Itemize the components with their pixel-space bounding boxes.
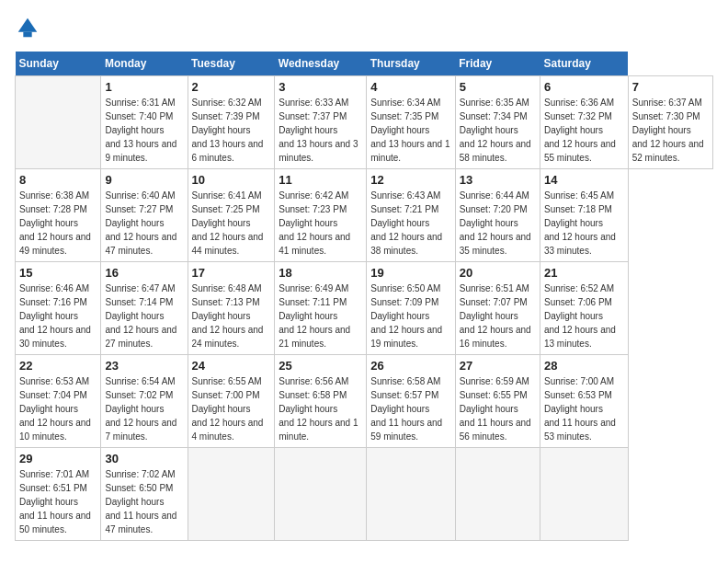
calendar-cell: 16 Sunrise: 6:47 AM Sunset: 7:14 PM Dayl… — [101, 262, 188, 355]
day-info: Sunrise: 6:43 AM Sunset: 7:21 PM Dayligh… — [370, 189, 450, 258]
day-number: 27 — [460, 359, 536, 373]
calendar-cell: 14 Sunrise: 6:45 AM Sunset: 7:18 PM Dayl… — [540, 169, 628, 262]
calendar-cell: 15 Sunrise: 6:46 AM Sunset: 7:16 PM Dayl… — [16, 262, 101, 355]
day-number: 8 — [19, 173, 97, 187]
day-info: Sunrise: 6:55 AM Sunset: 7:00 PM Dayligh… — [192, 374, 271, 443]
calendar-cell: 10 Sunrise: 6:41 AM Sunset: 7:25 PM Dayl… — [188, 169, 275, 262]
day-number: 19 — [370, 266, 450, 280]
day-number: 12 — [370, 173, 450, 187]
day-info: Sunrise: 6:50 AM Sunset: 7:09 PM Dayligh… — [370, 282, 450, 350]
calendar-cell: 23 Sunrise: 6:54 AM Sunset: 7:02 PM Dayl… — [101, 355, 188, 448]
calendar-cell: 18 Sunrise: 6:49 AM Sunset: 7:11 PM Dayl… — [275, 262, 367, 355]
day-info: Sunrise: 6:38 AM Sunset: 7:28 PM Dayligh… — [19, 189, 97, 258]
day-number: 5 — [460, 80, 536, 94]
week-row-1: 1 Sunrise: 6:31 AM Sunset: 7:40 PM Dayli… — [16, 76, 713, 169]
day-number: 9 — [105, 173, 183, 187]
calendar-cell — [540, 448, 628, 541]
day-info: Sunrise: 7:02 AM Sunset: 6:50 PM Dayligh… — [105, 467, 183, 536]
day-number: 16 — [105, 266, 183, 280]
day-info: Sunrise: 6:35 AM Sunset: 7:34 PM Dayligh… — [460, 96, 536, 165]
day-number: 7 — [632, 80, 709, 94]
calendar-cell: 25 Sunrise: 6:56 AM Sunset: 6:58 PM Dayl… — [275, 355, 367, 448]
day-number: 3 — [279, 80, 362, 94]
day-number: 14 — [544, 173, 624, 187]
day-number: 28 — [544, 359, 624, 373]
col-header-sunday: Sunday — [16, 52, 101, 76]
week-row-2: 8 Sunrise: 6:38 AM Sunset: 7:28 PM Dayli… — [16, 169, 713, 262]
day-number: 4 — [370, 80, 450, 94]
calendar-cell — [275, 448, 367, 541]
day-number: 1 — [105, 80, 183, 94]
day-info: Sunrise: 6:48 AM Sunset: 7:13 PM Dayligh… — [192, 282, 271, 350]
day-number: 2 — [192, 80, 271, 94]
calendar-cell — [367, 448, 455, 541]
day-number: 25 — [279, 359, 362, 373]
week-row-5: 29 Sunrise: 7:01 AM Sunset: 6:51 PM Dayl… — [16, 448, 713, 541]
day-info: Sunrise: 6:37 AM Sunset: 7:30 PM Dayligh… — [632, 96, 709, 165]
day-info: Sunrise: 6:59 AM Sunset: 6:55 PM Dayligh… — [460, 374, 536, 443]
day-info: Sunrise: 6:31 AM Sunset: 7:40 PM Dayligh… — [105, 96, 183, 165]
day-info: Sunrise: 6:42 AM Sunset: 7:23 PM Dayligh… — [279, 189, 362, 258]
day-number: 24 — [192, 359, 271, 373]
calendar-cell: 3 Sunrise: 6:33 AM Sunset: 7:37 PM Dayli… — [275, 76, 367, 169]
week-row-3: 15 Sunrise: 6:46 AM Sunset: 7:16 PM Dayl… — [16, 262, 713, 355]
calendar-cell: 29 Sunrise: 7:01 AM Sunset: 6:51 PM Dayl… — [16, 448, 101, 541]
calendar-cell — [455, 448, 540, 541]
day-number: 29 — [19, 452, 97, 465]
day-number: 13 — [460, 173, 536, 187]
day-info: Sunrise: 6:45 AM Sunset: 7:18 PM Dayligh… — [544, 189, 624, 258]
day-info: Sunrise: 6:40 AM Sunset: 7:27 PM Dayligh… — [105, 189, 183, 258]
calendar-cell: 11 Sunrise: 6:42 AM Sunset: 7:23 PM Dayl… — [275, 169, 367, 262]
calendar-cell: 12 Sunrise: 6:43 AM Sunset: 7:21 PM Dayl… — [367, 169, 455, 262]
day-number: 18 — [279, 266, 362, 280]
day-number: 21 — [544, 266, 624, 280]
calendar-cell: 9 Sunrise: 6:40 AM Sunset: 7:27 PM Dayli… — [101, 169, 188, 262]
day-info: Sunrise: 6:49 AM Sunset: 7:11 PM Dayligh… — [279, 282, 362, 350]
day-number: 11 — [279, 173, 362, 187]
col-header-monday: Monday — [101, 52, 188, 76]
svg-marker-0 — [18, 18, 38, 32]
calendar-cell: 28 Sunrise: 7:00 AM Sunset: 6:53 PM Dayl… — [540, 355, 628, 448]
calendar-cell: 7 Sunrise: 6:37 AM Sunset: 7:30 PM Dayli… — [628, 76, 712, 169]
calendar-cell: 19 Sunrise: 6:50 AM Sunset: 7:09 PM Dayl… — [367, 262, 455, 355]
week-row-4: 22 Sunrise: 6:53 AM Sunset: 7:04 PM Dayl… — [16, 355, 713, 448]
day-info: Sunrise: 6:46 AM Sunset: 7:16 PM Dayligh… — [19, 282, 97, 350]
col-header-thursday: Thursday — [367, 52, 455, 76]
calendar-cell: 4 Sunrise: 6:34 AM Sunset: 7:35 PM Dayli… — [367, 76, 455, 169]
calendar-cell: 30 Sunrise: 7:02 AM Sunset: 6:50 PM Dayl… — [101, 448, 188, 541]
calendar-cell: 8 Sunrise: 6:38 AM Sunset: 7:28 PM Dayli… — [16, 169, 101, 262]
day-number: 17 — [192, 266, 271, 280]
calendar-cell: 17 Sunrise: 6:48 AM Sunset: 7:13 PM Dayl… — [188, 262, 275, 355]
col-header-friday: Friday — [455, 52, 540, 76]
day-info: Sunrise: 6:34 AM Sunset: 7:35 PM Dayligh… — [370, 96, 450, 165]
day-info: Sunrise: 6:44 AM Sunset: 7:20 PM Dayligh… — [460, 189, 536, 258]
col-header-saturday: Saturday — [540, 52, 628, 76]
day-info: Sunrise: 7:01 AM Sunset: 6:51 PM Dayligh… — [19, 467, 97, 536]
svg-rect-1 — [23, 32, 31, 38]
day-number: 10 — [192, 173, 271, 187]
day-number: 15 — [19, 266, 97, 280]
day-number: 23 — [105, 359, 183, 373]
day-info: Sunrise: 6:41 AM Sunset: 7:25 PM Dayligh… — [192, 189, 271, 258]
day-info: Sunrise: 6:53 AM Sunset: 7:04 PM Dayligh… — [19, 374, 97, 443]
calendar-cell: 20 Sunrise: 6:51 AM Sunset: 7:07 PM Dayl… — [455, 262, 540, 355]
day-info: Sunrise: 6:51 AM Sunset: 7:07 PM Dayligh… — [460, 282, 536, 350]
day-info: Sunrise: 6:56 AM Sunset: 6:58 PM Dayligh… — [279, 374, 362, 443]
day-info: Sunrise: 6:54 AM Sunset: 7:02 PM Dayligh… — [105, 374, 183, 443]
calendar-cell: 2 Sunrise: 6:32 AM Sunset: 7:39 PM Dayli… — [188, 76, 275, 169]
day-number: 26 — [370, 359, 450, 373]
logo-icon — [15, 15, 40, 40]
calendar-cell — [16, 76, 101, 169]
calendar-cell — [188, 448, 275, 541]
day-info: Sunrise: 6:47 AM Sunset: 7:14 PM Dayligh… — [105, 282, 183, 350]
calendar-cell: 22 Sunrise: 6:53 AM Sunset: 7:04 PM Dayl… — [16, 355, 101, 448]
header-row: SundayMondayTuesdayWednesdayThursdayFrid… — [16, 52, 713, 76]
page-header — [15, 15, 713, 40]
day-info: Sunrise: 6:32 AM Sunset: 7:39 PM Dayligh… — [192, 96, 271, 165]
col-header-wednesday: Wednesday — [275, 52, 367, 76]
day-number: 20 — [460, 266, 536, 280]
logo — [15, 15, 42, 40]
day-info: Sunrise: 6:52 AM Sunset: 7:06 PM Dayligh… — [544, 282, 624, 350]
calendar-cell: 21 Sunrise: 6:52 AM Sunset: 7:06 PM Dayl… — [540, 262, 628, 355]
day-number: 6 — [544, 80, 624, 94]
